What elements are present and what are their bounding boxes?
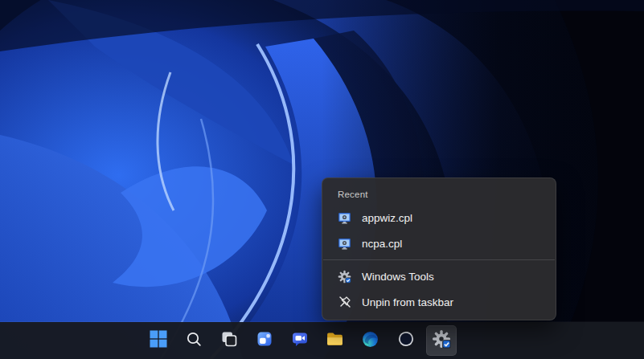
jumplist-item-label: Unpin from taskbar (362, 296, 453, 308)
browser-app-button[interactable] (391, 325, 421, 356)
jumplist-item-appwiz[interactable]: appwiz.cpl (322, 205, 556, 230)
jumplist-item-label: appwiz.cpl (362, 212, 412, 224)
jumplist-section-label: Recent (322, 183, 556, 205)
windows-logo-icon (150, 330, 167, 351)
windows-tools-button[interactable] (426, 325, 457, 356)
jumplist-item-windows-tools[interactable]: Windows Tools (322, 263, 556, 289)
task-view-icon (220, 330, 238, 351)
edge-button[interactable] (355, 325, 386, 356)
task-view-button[interactable] (214, 325, 244, 356)
start-button[interactable] (143, 325, 174, 356)
jumplist-separator (323, 259, 555, 260)
circle-app-icon (397, 330, 415, 351)
widgets-icon (256, 330, 273, 351)
jumplist-item-unpin[interactable]: Unpin from taskbar (322, 289, 556, 315)
chat-button[interactable] (285, 325, 315, 356)
chat-icon (291, 330, 309, 351)
desktop: Recent appwiz.cpl (0, 0, 644, 359)
unpin-icon (338, 296, 351, 309)
taskbar-icon-group (143, 325, 457, 356)
gear-icon (338, 270, 351, 284)
file-explorer-button[interactable] (320, 325, 351, 356)
search-icon (185, 330, 203, 351)
widgets-button[interactable] (249, 325, 280, 356)
edge-icon (361, 330, 379, 352)
control-panel-applet-icon (338, 237, 351, 251)
gear-check-icon (432, 329, 451, 352)
control-panel-applet-icon (338, 211, 351, 225)
folder-icon (326, 330, 344, 352)
taskbar (0, 322, 644, 359)
search-button[interactable] (178, 325, 209, 356)
jumplist-item-ncpa[interactable]: ncpa.cpl (322, 230, 556, 256)
jumplist-item-label: ncpa.cpl (362, 238, 402, 250)
jumplist-menu: Recent appwiz.cpl (322, 177, 556, 320)
jumplist-item-label: Windows Tools (362, 271, 434, 283)
